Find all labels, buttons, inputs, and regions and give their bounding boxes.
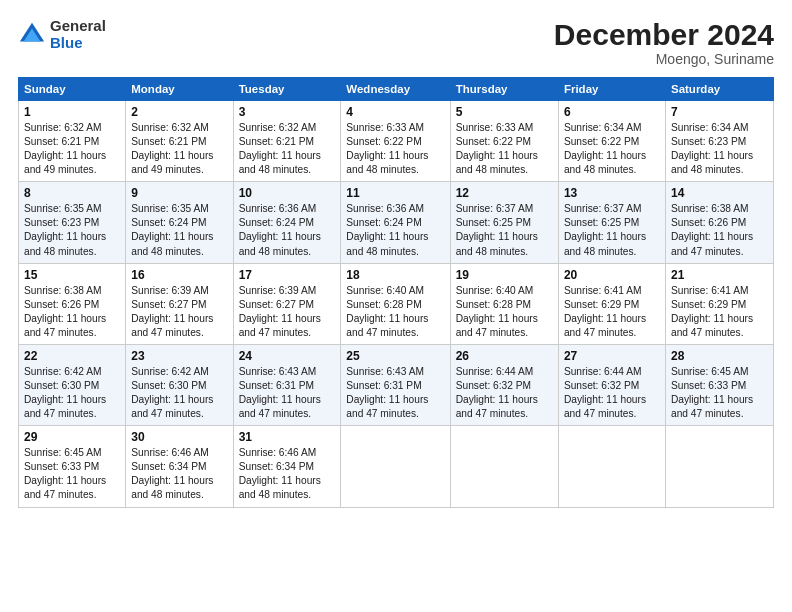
calendar-table: Sunday Monday Tuesday Wednesday Thursday… <box>18 77 774 508</box>
day-number: 25 <box>346 349 444 363</box>
table-row: 18 Sunrise: 6:40 AMSunset: 6:28 PMDaylig… <box>341 263 450 344</box>
col-monday: Monday <box>126 78 233 101</box>
col-thursday: Thursday <box>450 78 558 101</box>
day-info: Sunrise: 6:39 AMSunset: 6:27 PMDaylight:… <box>239 285 321 338</box>
logo-general-text: General <box>50 18 106 35</box>
day-number: 29 <box>24 430 120 444</box>
day-number: 8 <box>24 186 120 200</box>
day-number: 20 <box>564 268 660 282</box>
table-row: 8 Sunrise: 6:35 AMSunset: 6:23 PMDayligh… <box>19 182 126 263</box>
col-friday: Friday <box>558 78 665 101</box>
day-info: Sunrise: 6:36 AMSunset: 6:24 PMDaylight:… <box>346 203 428 256</box>
day-info: Sunrise: 6:38 AMSunset: 6:26 PMDaylight:… <box>671 203 753 256</box>
col-tuesday: Tuesday <box>233 78 341 101</box>
table-row <box>450 426 558 507</box>
day-number: 6 <box>564 105 660 119</box>
logo-icon <box>18 21 46 49</box>
day-number: 21 <box>671 268 768 282</box>
table-row: 15 Sunrise: 6:38 AMSunset: 6:26 PMDaylig… <box>19 263 126 344</box>
day-info: Sunrise: 6:34 AMSunset: 6:23 PMDaylight:… <box>671 122 753 175</box>
day-number: 14 <box>671 186 768 200</box>
table-row: 9 Sunrise: 6:35 AMSunset: 6:24 PMDayligh… <box>126 182 233 263</box>
table-row: 21 Sunrise: 6:41 AMSunset: 6:29 PMDaylig… <box>665 263 773 344</box>
day-number: 28 <box>671 349 768 363</box>
day-info: Sunrise: 6:35 AMSunset: 6:24 PMDaylight:… <box>131 203 213 256</box>
header: General Blue December 2024 Moengo, Surin… <box>18 18 774 67</box>
table-row: 17 Sunrise: 6:39 AMSunset: 6:27 PMDaylig… <box>233 263 341 344</box>
calendar-week-row: 15 Sunrise: 6:38 AMSunset: 6:26 PMDaylig… <box>19 263 774 344</box>
table-row: 22 Sunrise: 6:42 AMSunset: 6:30 PMDaylig… <box>19 344 126 425</box>
day-number: 15 <box>24 268 120 282</box>
day-number: 17 <box>239 268 336 282</box>
day-info: Sunrise: 6:43 AMSunset: 6:31 PMDaylight:… <box>346 366 428 419</box>
month-title: December 2024 <box>554 18 774 51</box>
day-info: Sunrise: 6:34 AMSunset: 6:22 PMDaylight:… <box>564 122 646 175</box>
table-row: 11 Sunrise: 6:36 AMSunset: 6:24 PMDaylig… <box>341 182 450 263</box>
day-number: 9 <box>131 186 227 200</box>
day-info: Sunrise: 6:40 AMSunset: 6:28 PMDaylight:… <box>346 285 428 338</box>
day-number: 4 <box>346 105 444 119</box>
day-info: Sunrise: 6:36 AMSunset: 6:24 PMDaylight:… <box>239 203 321 256</box>
table-row: 30 Sunrise: 6:46 AMSunset: 6:34 PMDaylig… <box>126 426 233 507</box>
day-info: Sunrise: 6:45 AMSunset: 6:33 PMDaylight:… <box>671 366 753 419</box>
day-number: 18 <box>346 268 444 282</box>
day-number: 5 <box>456 105 553 119</box>
calendar-week-row: 29 Sunrise: 6:45 AMSunset: 6:33 PMDaylig… <box>19 426 774 507</box>
day-info: Sunrise: 6:46 AMSunset: 6:34 PMDaylight:… <box>131 447 213 500</box>
table-row: 26 Sunrise: 6:44 AMSunset: 6:32 PMDaylig… <box>450 344 558 425</box>
logo-blue-text: Blue <box>50 35 106 52</box>
day-number: 31 <box>239 430 336 444</box>
day-info: Sunrise: 6:42 AMSunset: 6:30 PMDaylight:… <box>24 366 106 419</box>
table-row <box>665 426 773 507</box>
day-number: 16 <box>131 268 227 282</box>
day-number: 2 <box>131 105 227 119</box>
day-number: 11 <box>346 186 444 200</box>
table-row: 12 Sunrise: 6:37 AMSunset: 6:25 PMDaylig… <box>450 182 558 263</box>
day-info: Sunrise: 6:38 AMSunset: 6:26 PMDaylight:… <box>24 285 106 338</box>
page: General Blue December 2024 Moengo, Surin… <box>0 0 792 612</box>
day-number: 23 <box>131 349 227 363</box>
calendar-week-row: 22 Sunrise: 6:42 AMSunset: 6:30 PMDaylig… <box>19 344 774 425</box>
day-number: 24 <box>239 349 336 363</box>
day-info: Sunrise: 6:40 AMSunset: 6:28 PMDaylight:… <box>456 285 538 338</box>
day-number: 27 <box>564 349 660 363</box>
day-info: Sunrise: 6:44 AMSunset: 6:32 PMDaylight:… <box>456 366 538 419</box>
day-number: 26 <box>456 349 553 363</box>
table-row: 10 Sunrise: 6:36 AMSunset: 6:24 PMDaylig… <box>233 182 341 263</box>
table-row: 24 Sunrise: 6:43 AMSunset: 6:31 PMDaylig… <box>233 344 341 425</box>
calendar-week-row: 1 Sunrise: 6:32 AMSunset: 6:21 PMDayligh… <box>19 101 774 182</box>
day-info: Sunrise: 6:41 AMSunset: 6:29 PMDaylight:… <box>671 285 753 338</box>
day-info: Sunrise: 6:42 AMSunset: 6:30 PMDaylight:… <box>131 366 213 419</box>
col-wednesday: Wednesday <box>341 78 450 101</box>
day-number: 3 <box>239 105 336 119</box>
table-row: 25 Sunrise: 6:43 AMSunset: 6:31 PMDaylig… <box>341 344 450 425</box>
table-row: 16 Sunrise: 6:39 AMSunset: 6:27 PMDaylig… <box>126 263 233 344</box>
table-row: 2 Sunrise: 6:32 AMSunset: 6:21 PMDayligh… <box>126 101 233 182</box>
day-info: Sunrise: 6:43 AMSunset: 6:31 PMDaylight:… <box>239 366 321 419</box>
table-row: 14 Sunrise: 6:38 AMSunset: 6:26 PMDaylig… <box>665 182 773 263</box>
table-row: 1 Sunrise: 6:32 AMSunset: 6:21 PMDayligh… <box>19 101 126 182</box>
table-row: 7 Sunrise: 6:34 AMSunset: 6:23 PMDayligh… <box>665 101 773 182</box>
table-row: 5 Sunrise: 6:33 AMSunset: 6:22 PMDayligh… <box>450 101 558 182</box>
table-row: 4 Sunrise: 6:33 AMSunset: 6:22 PMDayligh… <box>341 101 450 182</box>
day-info: Sunrise: 6:44 AMSunset: 6:32 PMDaylight:… <box>564 366 646 419</box>
day-info: Sunrise: 6:37 AMSunset: 6:25 PMDaylight:… <box>456 203 538 256</box>
table-row: 29 Sunrise: 6:45 AMSunset: 6:33 PMDaylig… <box>19 426 126 507</box>
day-info: Sunrise: 6:32 AMSunset: 6:21 PMDaylight:… <box>239 122 321 175</box>
day-info: Sunrise: 6:32 AMSunset: 6:21 PMDaylight:… <box>131 122 213 175</box>
day-number: 10 <box>239 186 336 200</box>
title-block: December 2024 Moengo, Suriname <box>554 18 774 67</box>
day-info: Sunrise: 6:46 AMSunset: 6:34 PMDaylight:… <box>239 447 321 500</box>
table-row <box>341 426 450 507</box>
day-info: Sunrise: 6:33 AMSunset: 6:22 PMDaylight:… <box>346 122 428 175</box>
table-row: 6 Sunrise: 6:34 AMSunset: 6:22 PMDayligh… <box>558 101 665 182</box>
logo: General Blue <box>18 18 106 51</box>
day-info: Sunrise: 6:32 AMSunset: 6:21 PMDaylight:… <box>24 122 106 175</box>
table-row: 31 Sunrise: 6:46 AMSunset: 6:34 PMDaylig… <box>233 426 341 507</box>
day-info: Sunrise: 6:45 AMSunset: 6:33 PMDaylight:… <box>24 447 106 500</box>
logo-text: General Blue <box>50 18 106 51</box>
calendar-header-row: Sunday Monday Tuesday Wednesday Thursday… <box>19 78 774 101</box>
table-row: 28 Sunrise: 6:45 AMSunset: 6:33 PMDaylig… <box>665 344 773 425</box>
calendar-week-row: 8 Sunrise: 6:35 AMSunset: 6:23 PMDayligh… <box>19 182 774 263</box>
day-info: Sunrise: 6:33 AMSunset: 6:22 PMDaylight:… <box>456 122 538 175</box>
